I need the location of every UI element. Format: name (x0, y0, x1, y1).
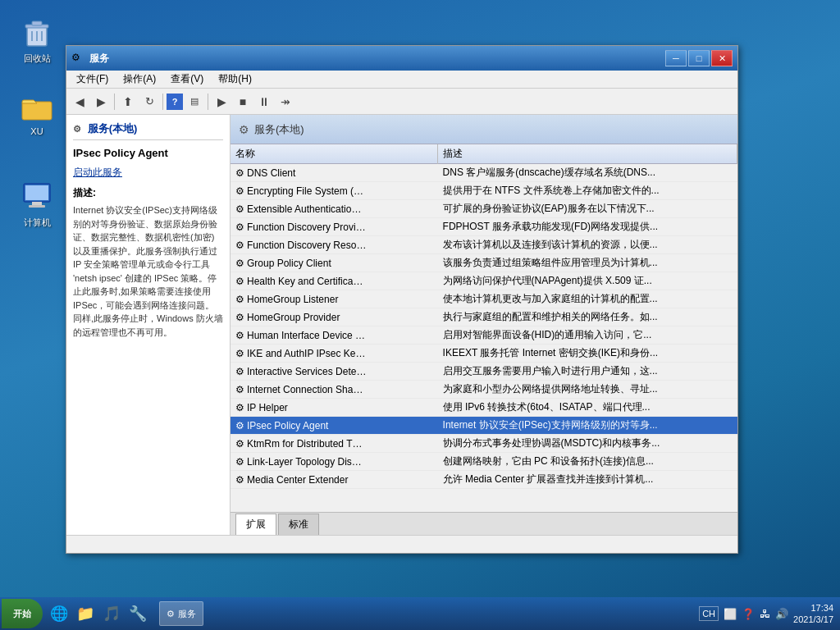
restart-button[interactable]: ↠ (276, 92, 295, 112)
menu-view[interactable]: 查看(V) (164, 71, 210, 88)
service-name-cell: ⚙Health Key and Certifica… (231, 272, 438, 290)
service-desc-cell: DNS 客户端服务(dnscache)缓存域名系统(DNS... (438, 164, 737, 182)
recycle-bin-label: 回收站 (24, 52, 51, 65)
up-button[interactable]: ⬆ (118, 92, 138, 112)
maximize-button[interactable]: □ (688, 50, 710, 66)
help-button[interactable]: ? (167, 94, 183, 110)
table-row[interactable]: ⚙Extensible Authenticatio…可扩展的身份验证协议(EAP… (231, 200, 737, 218)
table-row[interactable]: ⚙Group Policy Client该服务负责通过组策略组件应用管理员为计算… (231, 254, 737, 272)
table-row[interactable]: ⚙IPsec Policy AgentInternet 协议安全(IPSec)支… (231, 417, 737, 435)
menu-help[interactable]: 帮助(H) (212, 71, 258, 88)
computer-icon[interactable]: 计算机 (12, 180, 62, 229)
system-clock: 17:34 2021/3/17 (793, 602, 833, 626)
forward-button[interactable]: ▶ (91, 92, 111, 112)
right-panel: ⚙ 服务(本地) 名称 描述 ⚙DNS ClientDNS 客户端服务(dnsc… (231, 115, 737, 535)
panel-header: ⚙ 服务(本地) (231, 115, 737, 144)
table-row[interactable]: ⚙Health Key and Certifica…为网络访问保护代理(NAPA… (231, 272, 737, 290)
table-row[interactable]: ⚙Internet Connection Sha…为家庭和小型办公网络提供网络地… (231, 381, 737, 399)
service-name-cell: ⚙KtmRm for Distributed T… (231, 435, 438, 453)
table-row[interactable]: ⚙Encrypting File System (…提供用于在 NTFS 文件系… (231, 182, 737, 200)
table-row[interactable]: ⚙HomeGroup Provider执行与家庭组的配置和维护相关的网络任务。如… (231, 308, 737, 326)
menu-action[interactable]: 操作(A) (116, 71, 162, 88)
minimize-all-icon[interactable]: ⬜ (724, 608, 737, 620)
export-button[interactable]: ▤ (185, 92, 204, 112)
service-name-cell: ⚙DNS Client (231, 164, 438, 182)
folder-graphic (21, 90, 53, 123)
play-button[interactable]: ▶ (212, 92, 231, 112)
menu-file[interactable]: 文件(F) (70, 71, 115, 88)
table-row[interactable]: ⚙Function Discovery Provi…FDPHOST 服务承载功能… (231, 218, 737, 236)
table-row[interactable]: ⚙HomeGroup Listener使本地计算机更改与加入家庭组的计算机的配置… (231, 290, 737, 308)
description-label: 描述: (73, 186, 223, 200)
window-icon: ⚙ (71, 52, 84, 65)
title-bar: ⚙ 服务 ─ □ ✕ (66, 46, 737, 71)
col-desc[interactable]: 描述 (438, 144, 737, 164)
table-row[interactable]: ⚙Human Interface Device …启用对智能界面设备(HID)的… (231, 326, 737, 345)
toolbar-sep-3 (208, 94, 208, 110)
stop-button[interactable]: ■ (233, 92, 253, 112)
recycle-bin-icon[interactable]: 回收站 (12, 16, 62, 65)
speaker-icon[interactable]: 🔊 (775, 608, 788, 620)
toolbar-sep-2 (162, 94, 163, 110)
folder-xu-icon[interactable]: XU (12, 90, 62, 136)
service-desc-cell: 创建网络映射，它由 PC 和设备拓扑(连接)信息... (438, 453, 737, 471)
service-desc-cell: 为家庭和小型办公网络提供网络地址转换、寻址... (438, 381, 737, 399)
tool-icon[interactable]: 🔧 (126, 602, 149, 625)
svg-rect-8 (25, 185, 48, 200)
services-table[interactable]: 名称 描述 ⚙DNS ClientDNS 客户端服务(dnscache)缓存域名… (231, 144, 737, 512)
service-name-cell: ⚙Group Policy Client (231, 254, 438, 272)
service-desc-cell: 使本地计算机更改与加入家庭组的计算机的配置... (438, 290, 737, 308)
back-button[interactable]: ◀ (70, 92, 89, 112)
taskbar: 开始 🌐 📁 🎵 🔧 ⚙ 服务 CH ⬜ ❓ 🖧 🔊 17:34 2021/3/… (0, 597, 840, 630)
network-icon[interactable]: 🖧 (760, 608, 770, 620)
service-desc-cell: IKEEXT 服务托管 Internet 密钥交换(IKE)和身份... (438, 345, 737, 363)
service-desc-cell: 该服务负责通过组策略组件应用管理员为计算机... (438, 254, 737, 272)
start-button[interactable]: 开始 (2, 599, 43, 628)
service-desc-cell: FDPHOST 服务承载功能发现(FD)网络发现提供... (438, 218, 737, 236)
taskbar-label: 服务 (178, 608, 196, 620)
pause-button[interactable]: ⏸ (254, 92, 274, 112)
table-row[interactable]: ⚙Media Center Extender允许 Media Center 扩展… (231, 471, 737, 489)
minimize-button[interactable]: ─ (665, 50, 687, 66)
refresh-button[interactable]: ↻ (139, 92, 159, 112)
service-name-cell: ⚙Media Center Extender (231, 471, 438, 489)
service-name-cell: ⚙Internet Connection Sha… (231, 381, 438, 399)
taskbar-items: ⚙ 服务 (154, 601, 692, 626)
service-name-cell: ⚙IKE and AuthIP IPsec Ke… (231, 345, 438, 363)
taskbar-services-item[interactable]: ⚙ 服务 (159, 601, 203, 626)
table-row[interactable]: ⚙Link-Layer Topology Dis…创建网络映射，它由 PC 和设… (231, 453, 737, 471)
table-row[interactable]: ⚙Function Discovery Reso…发布该计算机以及连接到该计算机… (231, 236, 737, 254)
system-tray: CH ⬜ ❓ 🖧 🔊 17:34 2021/3/17 (692, 602, 840, 626)
ie-icon[interactable]: 🌐 (48, 602, 71, 625)
window-title: 服务 (89, 52, 665, 66)
services-window: ⚙ 服务 ─ □ ✕ 文件(F) 操作(A) 查看(V) 帮助(H) ◀ ▶ ⬆… (66, 45, 738, 554)
question-tray-icon[interactable]: ❓ (742, 608, 755, 620)
service-name-cell: ⚙Extensible Authenticatio… (231, 200, 438, 218)
service-desc-cell: 可扩展的身份验证协议(EAP)服务在以下情况下... (438, 200, 737, 218)
table-row[interactable]: ⚙IP Helper使用 IPv6 转换技术(6to4、ISATAP、端口代理.… (231, 399, 737, 417)
menu-bar: 文件(F) 操作(A) 查看(V) 帮助(H) (66, 71, 737, 89)
explorer-icon[interactable]: 📁 (74, 602, 97, 625)
services-list: 名称 描述 ⚙DNS ClientDNS 客户端服务(dnscache)缓存域名… (231, 144, 737, 489)
svg-rect-2 (32, 21, 42, 25)
lang-icon[interactable]: CH (699, 606, 719, 621)
table-row[interactable]: ⚙Interactive Services Dete…启用交互服务需要用户输入时… (231, 363, 737, 381)
table-row[interactable]: ⚙IKE and AuthIP IPsec Ke…IKEEXT 服务托管 Int… (231, 345, 737, 363)
media-icon[interactable]: 🎵 (100, 602, 123, 625)
service-desc-cell: 协调分布式事务处理协调器(MSDTC)和内核事务... (438, 435, 737, 453)
service-name-cell: ⚙HomeGroup Listener (231, 290, 438, 308)
clock-time: 17:34 (793, 602, 833, 614)
table-row[interactable]: ⚙DNS ClientDNS 客户端服务(dnscache)缓存域名系统(DNS… (231, 164, 737, 182)
service-name-cell: ⚙Function Discovery Reso… (231, 236, 438, 254)
start-service-link[interactable]: 启动此服务 (73, 166, 223, 180)
close-button[interactable]: ✕ (711, 50, 733, 66)
computer-graphic (21, 180, 53, 213)
tab-extended[interactable]: 扩展 (235, 514, 276, 535)
taskbar-icon: ⚙ (167, 609, 175, 619)
table-row[interactable]: ⚙KtmRm for Distributed T…协调分布式事务处理协调器(MS… (231, 435, 737, 453)
col-name[interactable]: 名称 (231, 144, 438, 164)
tab-standard[interactable]: 标准 (278, 514, 319, 535)
service-desc-cell: 允许 Media Center 扩展器查找并连接到计算机... (438, 471, 737, 489)
service-name-cell: ⚙Interactive Services Dete… (231, 363, 438, 381)
service-desc-cell: 使用 IPv6 转换技术(6to4、ISATAP、端口代理... (438, 399, 737, 417)
